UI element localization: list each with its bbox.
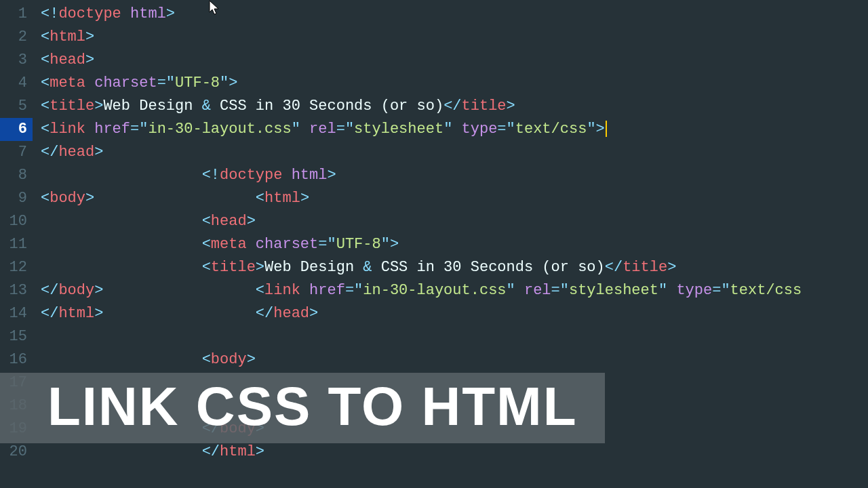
code-line[interactable]: <head> [41,210,868,233]
line-number: 15 [0,325,33,348]
line-number: 2 [0,26,33,49]
line-number: 20 [0,441,33,464]
code-line[interactable]: <body> [41,348,868,371]
line-number: 3 [0,49,33,72]
code-line[interactable]: <title>Web Design & CSS in 30 Seconds (o… [41,95,868,118]
line-number: 11 [0,233,33,256]
code-line[interactable]: <html> [41,26,868,49]
line-number: 6 [0,118,33,141]
code-line[interactable]: <link href="in-30-layout.css" rel="style… [41,118,868,141]
line-number: 4 [0,72,33,95]
code-line[interactable]: </head> [41,141,868,164]
code-line[interactable]: <meta charset="UTF-8"> [41,72,868,95]
line-number: 13 [0,279,33,302]
line-number: 8 [0,164,33,187]
line-number: 7 [0,141,33,164]
code-line[interactable]: <head> [41,49,868,72]
code-line[interactable]: <!doctype html> [41,3,868,26]
line-number: 10 [0,210,33,233]
code-line[interactable]: </html> </head> [41,302,868,325]
code-line[interactable]: <body> <html> [41,187,868,210]
title-banner-text: LINK CSS TO HTML [47,375,578,438]
line-number: 12 [0,256,33,279]
code-line[interactable]: </html> [41,441,868,464]
line-number: 9 [0,187,33,210]
line-number: 5 [0,95,33,118]
title-banner: LINK CSS TO HTML [0,373,605,443]
line-number: 16 [0,348,33,371]
code-line[interactable]: </body> <link href="in-30-layout.css" re… [41,279,868,302]
line-number: 1 [0,3,33,26]
code-line[interactable]: <title>Web Design & CSS in 30 Seconds (o… [41,256,868,279]
code-line[interactable]: <meta charset="UTF-8"> [41,233,868,256]
code-line[interactable]: <!doctype html> [41,164,868,187]
code-line[interactable] [41,325,868,348]
line-number: 14 [0,302,33,325]
